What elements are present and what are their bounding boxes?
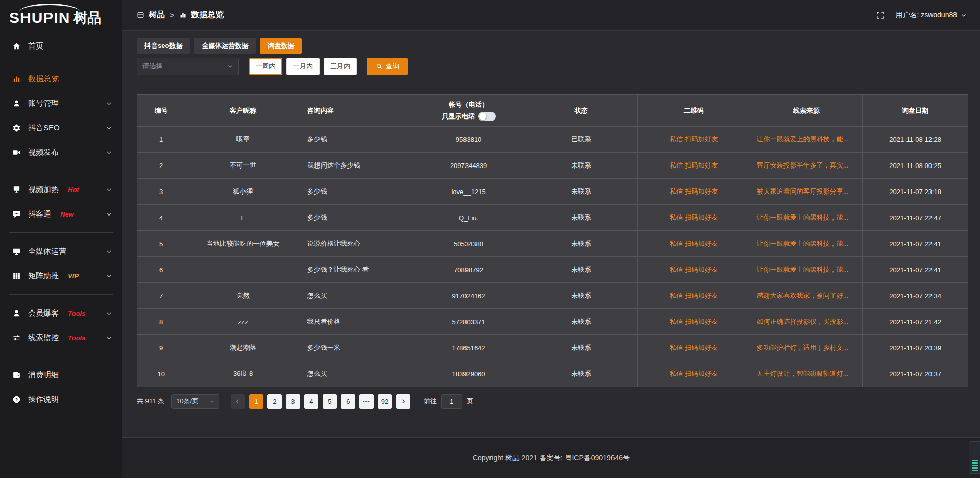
more-pages-button[interactable]: ••• <box>359 394 374 409</box>
qrcode-link[interactable]: 私信 扫码加好友 <box>670 318 718 325</box>
phone-only-toggle[interactable] <box>478 112 496 121</box>
sidebar-item-home[interactable]: 首页 <box>0 34 122 58</box>
qrcode-link[interactable]: 私信 扫码加好友 <box>670 370 718 377</box>
source-link[interactable]: 如何正确选择投影仪，买投影... <box>756 318 848 325</box>
cell-qrcode: 私信 扫码加好友 <box>638 231 750 257</box>
source-link[interactable]: 客厅安装投影半年多了，真实... <box>756 161 848 169</box>
cell-source: 客厅安装投影半年多了，真实... <box>750 153 863 179</box>
col-id: 编号 <box>137 95 185 127</box>
user-menu[interactable]: 用户名: zswodun88 <box>895 11 967 20</box>
page-size-select[interactable]: 10条/页 <box>172 394 219 409</box>
cell-nickname: 狐小狸 <box>185 179 301 205</box>
qrcode-link[interactable]: 私信 扫码加好友 <box>670 161 718 169</box>
topbar-right: 用户名: zswodun88 <box>876 11 967 20</box>
source-link[interactable]: 多功能护栏灯，适用于乡村文... <box>756 344 848 351</box>
cell-qrcode: 私信 扫码加好友 <box>638 283 750 309</box>
sidebar-item-label: 数据总览 <box>28 74 59 84</box>
member-icon <box>12 309 21 318</box>
nav-divider <box>9 356 113 356</box>
period-month-button[interactable]: 一月内 <box>286 58 320 75</box>
page-button-1[interactable]: 1 <box>249 394 263 409</box>
status-badge: 未联系 <box>525 179 638 205</box>
table-row: 10 36度 8 怎么买 183929060 未联系 私信 扫码加好友 无主灯设… <box>137 361 968 387</box>
sidebar-item-video-heat[interactable]: 视频加热 Hot <box>0 177 122 202</box>
cell-source: 让你一眼就爱上的黑科技，能... <box>750 231 863 257</box>
sidebar-item-douketong[interactable]: 抖客通 New <box>0 202 122 226</box>
account-select[interactable]: 请选择 <box>137 58 239 75</box>
qrcode-link[interactable]: 私信 扫码加好友 <box>670 187 718 195</box>
bar-chart-icon <box>12 75 21 83</box>
total-count: 共 911 条 <box>137 397 164 406</box>
tab-inquiry-data[interactable]: 询盘数据 <box>260 38 302 54</box>
page-button-3[interactable]: 3 <box>286 394 300 409</box>
fullscreen-icon[interactable] <box>876 11 885 20</box>
chevron-left-icon <box>235 398 241 404</box>
table-row: 9 潮起潮落 多少钱一米 178651642 未联系 私信 扫码加好友 多功能护… <box>137 335 968 361</box>
source-link[interactable]: 让你一眼就爱上的黑科技，能... <box>756 213 848 221</box>
next-page-button[interactable] <box>396 394 410 409</box>
nav-divider <box>9 171 113 171</box>
app-root: SHUPIN 树品 首页 数据总览 账号管理 抖音SEO <box>0 0 980 478</box>
page-button-6[interactable]: 6 <box>341 394 355 409</box>
sidebar-item-video-publish[interactable]: 视频发布 <box>0 140 122 164</box>
sidebar-item-member-burst[interactable]: 会员爆客 Tools <box>0 301 122 325</box>
sidebar-item-douyin-seo[interactable]: 抖音SEO <box>0 115 122 140</box>
source-link[interactable]: 感谢大家喜欢我家，被问了好... <box>756 292 848 299</box>
search-button[interactable]: 查询 <box>367 58 408 75</box>
period-week-button[interactable]: 一周内 <box>249 58 282 75</box>
sidebar-item-instructions[interactable]: 操作说明 <box>0 387 122 412</box>
floating-widget[interactable] <box>969 441 980 474</box>
status-badge: 未联系 <box>525 309 638 335</box>
source-link[interactable]: 让你一眼就爱上的黑科技，能... <box>756 135 848 143</box>
sidebar-item-account-mgmt[interactable]: 账号管理 <box>0 91 122 115</box>
cell-date: 2021-11-07 22:34 <box>863 283 968 309</box>
page-button-4[interactable]: 4 <box>304 394 318 409</box>
qrcode-link[interactable]: 私信 扫码加好友 <box>670 266 718 273</box>
window-icon <box>137 11 144 19</box>
source-link[interactable]: 无主灯设计，智能磁吸轨道灯... <box>756 370 848 377</box>
page-button-2[interactable]: 2 <box>267 394 282 409</box>
sidebar-item-label: 矩阵助推 <box>28 271 59 281</box>
sidebar-item-consumption-detail[interactable]: 消费明细 <box>0 363 122 387</box>
qrcode-link[interactable]: 私信 扫码加好友 <box>670 135 718 143</box>
chevron-down-icon <box>227 63 233 69</box>
cell-source: 被大家追着问的客厅投影分享... <box>750 179 863 205</box>
cell-account: 2097344839 <box>412 153 525 179</box>
page-button-92[interactable]: 92 <box>378 394 392 409</box>
status-badge: 已联系 <box>525 127 638 153</box>
table-row: 7 觉然 怎么买 917024162 未联系 私信 扫码加好友 感谢大家喜欢我家… <box>137 283 968 309</box>
tab-media-operation-data[interactable]: 全媒体运营数据 <box>194 38 256 54</box>
brand-name: SHUPIN <box>9 9 70 27</box>
goto-page-input[interactable] <box>441 394 462 409</box>
sidebar-item-label: 操作说明 <box>28 395 59 404</box>
period-quarter-button[interactable]: 三月内 <box>324 58 357 75</box>
qrcode-link[interactable]: 私信 扫码加好友 <box>670 344 718 351</box>
prev-page-button[interactable] <box>231 394 245 409</box>
sliders-icon <box>12 333 21 342</box>
hot-badge: Hot <box>68 186 79 194</box>
chevron-down-icon <box>106 248 112 255</box>
breadcrumb-home[interactable]: 树品 <box>137 10 165 20</box>
source-link[interactable]: 被大家追着问的客厅投影分享... <box>756 187 848 195</box>
sidebar-item-media-operation[interactable]: 全媒体运营 <box>0 239 122 264</box>
col-content: 咨询内容 <box>301 95 412 127</box>
chevron-down-icon <box>106 273 112 279</box>
source-link[interactable]: 让你一眼就爱上的黑科技，能... <box>756 266 848 273</box>
cell-qrcode: 私信 扫码加好友 <box>638 361 750 387</box>
cell-date: 2021-11-07 20:37 <box>863 361 968 387</box>
cell-account: 9583810 <box>412 127 525 153</box>
source-link[interactable]: 让你一眼就爱上的黑科技，能... <box>756 240 848 247</box>
sidebar-item-matrix-boost[interactable]: 矩阵助推 VIP <box>0 264 122 288</box>
page-button-5[interactable]: 5 <box>323 394 337 409</box>
sidebar-item-lead-monitor[interactable]: 线索监控 Tools <box>0 325 122 350</box>
qrcode-link[interactable]: 私信 扫码加好友 <box>670 292 718 299</box>
tab-douyin-seo-data[interactable]: 抖音seo数据 <box>137 38 190 54</box>
breadcrumb-current: 数据总览 <box>179 10 224 20</box>
qrcode-link[interactable]: 私信 扫码加好友 <box>670 240 718 247</box>
sidebar-nav: 首页 数据总览 账号管理 抖音SEO 视频发布 <box>0 31 122 478</box>
qrcode-link[interactable]: 私信 扫码加好友 <box>670 213 718 221</box>
status-badge: 未联系 <box>525 361 638 387</box>
sidebar-item-data-overview[interactable]: 数据总览 <box>0 66 122 91</box>
status-badge: 未联系 <box>525 257 638 283</box>
cell-nickname: 潮起潮落 <box>185 335 301 361</box>
